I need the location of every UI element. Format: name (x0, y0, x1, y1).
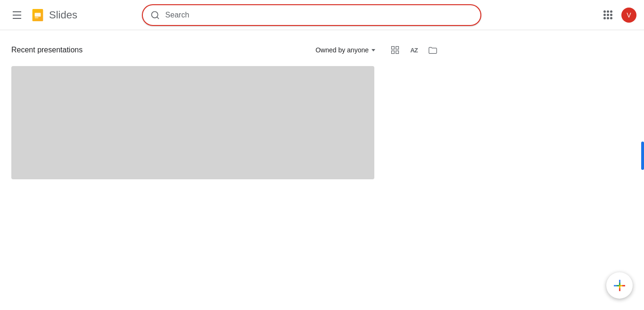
presentation-thumbnail[interactable] (11, 66, 374, 179)
section-title: Recent presentations (11, 46, 83, 54)
main-content: Recent presentations Owned by anyone (0, 30, 644, 187)
folder-button[interactable] (424, 42, 441, 59)
header-right: V (599, 6, 636, 25)
search-icon (150, 10, 160, 20)
avatar[interactable]: V (621, 8, 636, 23)
slides-logo-icon (30, 8, 45, 23)
az-icon: AZ (410, 47, 417, 54)
section-header: Recent presentations Owned by anyone (0, 38, 453, 66)
google-apps-button[interactable] (599, 6, 618, 25)
owned-by-label: Owned by anyone (315, 46, 369, 54)
chevron-down-icon (372, 49, 375, 51)
app-logo[interactable]: Slides (30, 8, 77, 23)
google-apps-icon (603, 10, 612, 19)
svg-rect-7 (396, 51, 399, 54)
svg-rect-2 (35, 13, 41, 17)
menu-button[interactable] (8, 6, 26, 25)
search-container (142, 4, 481, 26)
list-view-button[interactable] (387, 42, 404, 59)
search-input[interactable] (165, 11, 473, 19)
list-view-icon (390, 45, 400, 55)
presentations-grid (0, 66, 644, 179)
view-controls: AZ (387, 42, 441, 59)
plus-icon (614, 280, 625, 291)
svg-rect-3 (35, 17, 39, 18)
header: Slides V (0, 0, 644, 30)
folder-icon (428, 46, 438, 54)
svg-rect-5 (396, 47, 399, 50)
filter-area: Owned by anyone AZ (312, 42, 441, 59)
app-name-label: Slides (49, 9, 77, 21)
svg-rect-4 (392, 47, 395, 50)
sort-button[interactable]: AZ (405, 42, 422, 59)
hamburger-icon (13, 11, 21, 19)
owned-by-dropdown[interactable]: Owned by anyone (312, 43, 379, 57)
scrollbar-accent (641, 142, 644, 170)
svg-rect-6 (392, 51, 395, 54)
new-presentation-fab[interactable] (606, 272, 633, 299)
search-bar[interactable] (142, 4, 481, 26)
